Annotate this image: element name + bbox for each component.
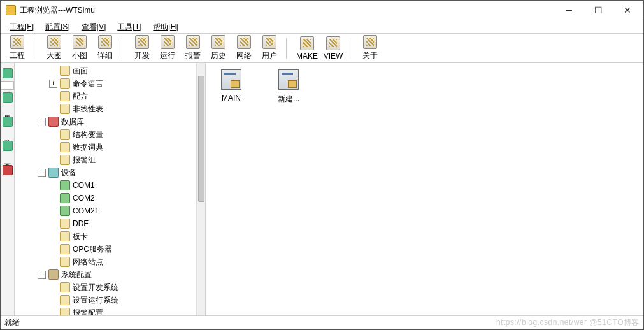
- tree-node-3[interactable]: 非线性表: [15, 103, 196, 115]
- tree-node-label: 设备: [61, 168, 76, 178]
- tree-node-label: 设置运行系统: [73, 295, 118, 306]
- minimize-button[interactable]: ─: [554, 1, 583, 20]
- tree-node-14[interactable]: OPC服务器: [15, 243, 196, 255]
- tree-node-6[interactable]: 数据词典: [15, 141, 196, 154]
- toolbar-make[interactable]: MAKE: [294, 35, 320, 62]
- vtab-extra-icon[interactable]: [3, 165, 13, 175]
- tree-node-5[interactable]: 结构变量: [15, 128, 196, 141]
- toolbar-历史-icon: [211, 35, 225, 49]
- menu-2[interactable]: 查看[V]: [76, 20, 111, 34]
- tree-node-12[interactable]: DDE: [15, 217, 196, 230]
- tree-expander: [49, 296, 57, 305]
- toolbar-工程-label: 工程: [10, 50, 25, 61]
- toolbar-运行-icon: [161, 35, 175, 49]
- tree-node-10[interactable]: COM2: [15, 192, 196, 204]
- tree-node-icon: [60, 180, 70, 190]
- tree-node-label: 报警组: [73, 155, 96, 166]
- toolbar-开发-icon: [135, 35, 149, 49]
- content-item-label: 新建...: [278, 94, 299, 104]
- tree-expander: [49, 182, 57, 190]
- tree-scroll[interactable]: 画面+命令语言配方非线性表-数据库结构变量数据词典报警组-设备COM1COM2C…: [15, 63, 196, 315]
- toolbar-view-label: VIEW: [324, 52, 343, 61]
- vtab-icon-2: [3, 117, 13, 127]
- tree-node-8[interactable]: -设备: [15, 166, 196, 179]
- vtab-画面[interactable]: 画面: [1, 154, 14, 162]
- tree-expander: [49, 245, 57, 254]
- tree-expander: [49, 156, 57, 164]
- tree-expander[interactable]: +: [49, 80, 57, 88]
- toolbar-详细[interactable]: 详细: [92, 34, 118, 62]
- tree-node-18[interactable]: 设置运行系统: [15, 294, 196, 306]
- toolbar-大图-label: 大图: [47, 50, 62, 61]
- toolbar-小图-icon: [73, 35, 87, 49]
- tree-node-label: 系统配置: [61, 269, 92, 280]
- toolbar-详细-label: 详细: [97, 50, 113, 61]
- vtab-变量[interactable]: 变量: [1, 105, 14, 114]
- toolbar-view-icon: [326, 36, 340, 50]
- menu-1[interactable]: 配置[S]: [40, 20, 75, 34]
- toolbar-开发[interactable]: 开发: [129, 34, 155, 62]
- tree-node-icon: [60, 295, 70, 305]
- vtab-icon-0: [3, 68, 13, 78]
- tree-node-0[interactable]: 画面: [15, 64, 196, 77]
- tree-node-4[interactable]: -数据库: [15, 115, 196, 128]
- tree-node-15[interactable]: 网络站点: [15, 255, 196, 268]
- tree-node-icon: [60, 142, 70, 152]
- menu-4[interactable]: 帮助[H]: [148, 20, 183, 34]
- vtab-站点[interactable]: 站点: [1, 129, 14, 138]
- tree-node-icon: [60, 91, 70, 101]
- tree-node-label: COM21: [73, 206, 99, 215]
- main-body: 系统变量站点画面 画面+命令语言配方非线性表-数据库结构变量数据词典报警组-设备…: [1, 63, 643, 315]
- toolbar: 工程大图小图详细开发运行报警历史网络用户MAKEVIEW关于: [1, 34, 643, 63]
- tree-node-icon: [60, 78, 70, 89]
- toolbar-大图[interactable]: 大图: [41, 34, 67, 62]
- toolbar-报警[interactable]: 报警: [180, 34, 206, 62]
- tree-node-11[interactable]: COM21: [15, 204, 196, 217]
- tree-node-icon: [48, 117, 59, 127]
- tree-node-16[interactable]: -系统配置: [15, 268, 196, 281]
- close-button[interactable]: ✕: [613, 1, 642, 20]
- tree-node-17[interactable]: 设置开发系统: [15, 281, 196, 294]
- tree-expander[interactable]: -: [38, 271, 46, 279]
- maximize-button[interactable]: ☐: [583, 1, 613, 20]
- tree-node-9[interactable]: COM1: [15, 179, 196, 192]
- tree-node-19[interactable]: 报警配置: [15, 306, 196, 315]
- toolbar-separator: [34, 38, 38, 59]
- tree-node-1[interactable]: +命令语言: [15, 77, 196, 90]
- menu-0[interactable]: 工程[F]: [4, 20, 39, 34]
- tree-node-label: COM1: [73, 181, 95, 190]
- tree-node-icon: [60, 282, 70, 292]
- content-area[interactable]: MAIN新建...: [206, 63, 643, 315]
- toolbar-小图[interactable]: 小图: [67, 34, 92, 62]
- tree-expander[interactable]: -: [38, 118, 46, 126]
- toolbar-历史[interactable]: 历史: [206, 34, 231, 62]
- toolbar-详细-icon: [98, 35, 112, 49]
- tree-node-7[interactable]: 报警组: [15, 154, 196, 166]
- content-item-icon: [278, 69, 299, 90]
- vtab-系统[interactable]: 系统: [1, 81, 14, 90]
- tree-expander[interactable]: -: [38, 169, 46, 177]
- toolbar-运行[interactable]: 运行: [155, 34, 180, 62]
- tree-node-label: OPC服务器: [73, 244, 112, 255]
- scrollbar-thumb[interactable]: [198, 76, 204, 202]
- tree-expander: [49, 131, 57, 139]
- tree-scrollbar[interactable]: [196, 63, 205, 315]
- content-item-新建...[interactable]: 新建...: [269, 69, 308, 104]
- toolbar-工程[interactable]: 工程: [4, 34, 30, 62]
- toolbar-separator: [350, 38, 354, 59]
- toolbar-view[interactable]: VIEW: [320, 35, 346, 62]
- tree-node-icon: [60, 257, 70, 267]
- tree-node-2[interactable]: 配方: [15, 90, 196, 103]
- toolbar-网络-icon: [237, 35, 251, 49]
- tree-expander: [49, 283, 57, 292]
- tree-expander: [49, 258, 57, 266]
- content-item-label: MAIN: [222, 94, 241, 103]
- menu-3[interactable]: 工具[T]: [112, 20, 147, 34]
- toolbar-用户[interactable]: 用户: [257, 34, 282, 62]
- toolbar-关于[interactable]: 关于: [357, 34, 383, 62]
- tree-node-icon: [60, 104, 70, 114]
- content-item-main[interactable]: MAIN: [212, 69, 250, 103]
- tree-node-13[interactable]: 板卡: [15, 230, 196, 243]
- toolbar-网络[interactable]: 网络: [231, 34, 257, 62]
- toolbar-make-icon: [300, 36, 314, 50]
